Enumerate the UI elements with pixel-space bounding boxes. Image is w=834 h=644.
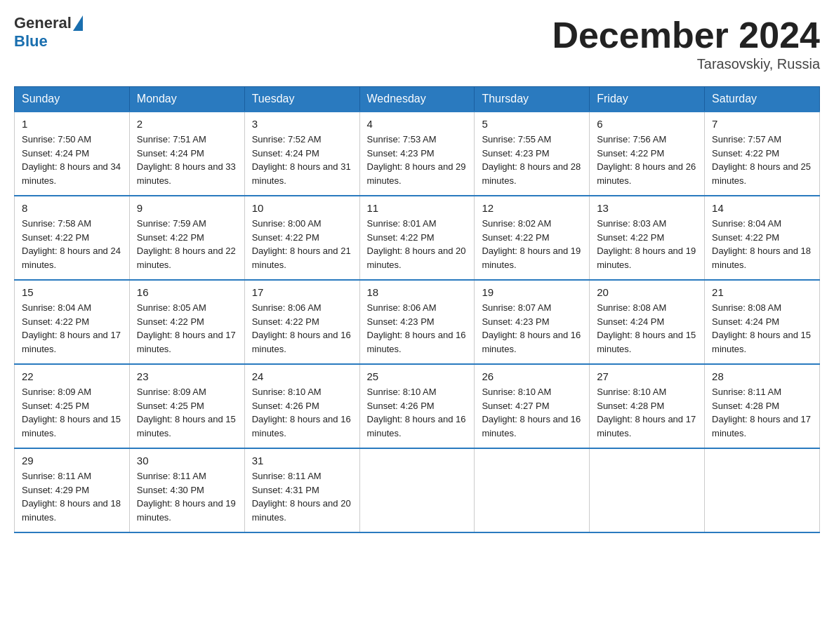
calendar-day-cell: 26 Sunrise: 8:10 AM Sunset: 4:27 PM Dayl… — [475, 364, 590, 448]
page-header: General Blue December 2024 Tarasovskiy, … — [14, 14, 820, 72]
calendar-day-cell: 7 Sunrise: 7:57 AM Sunset: 4:22 PM Dayli… — [705, 112, 820, 196]
day-info: Sunrise: 8:11 AM Sunset: 4:28 PM Dayligh… — [712, 385, 812, 440]
day-number: 25 — [367, 370, 468, 382]
day-info: Sunrise: 8:08 AM Sunset: 4:24 PM Dayligh… — [712, 301, 812, 356]
day-number: 3 — [252, 118, 352, 130]
calendar-day-cell: 20 Sunrise: 8:08 AM Sunset: 4:24 PM Dayl… — [590, 280, 705, 364]
calendar-day-cell: 30 Sunrise: 8:11 AM Sunset: 4:30 PM Dayl… — [129, 448, 244, 532]
calendar-week-row: 8 Sunrise: 7:58 AM Sunset: 4:22 PM Dayli… — [15, 196, 820, 280]
calendar-day-cell: 18 Sunrise: 8:06 AM Sunset: 4:23 PM Dayl… — [359, 280, 475, 364]
day-number: 27 — [597, 370, 697, 382]
calendar-day-cell: 28 Sunrise: 8:11 AM Sunset: 4:28 PM Dayl… — [705, 364, 820, 448]
day-number: 9 — [137, 202, 237, 214]
day-info: Sunrise: 7:56 AM Sunset: 4:22 PM Dayligh… — [597, 133, 697, 187]
calendar-day-cell: 12 Sunrise: 8:02 AM Sunset: 4:22 PM Dayl… — [475, 196, 590, 280]
day-number: 20 — [597, 286, 697, 298]
calendar-day-cell: 16 Sunrise: 8:05 AM Sunset: 4:22 PM Dayl… — [129, 280, 244, 364]
day-info: Sunrise: 7:57 AM Sunset: 4:22 PM Dayligh… — [712, 133, 812, 187]
day-number: 29 — [22, 455, 122, 467]
calendar-day-cell — [475, 448, 590, 532]
calendar-header-friday: Friday — [590, 87, 705, 112]
day-number: 2 — [137, 118, 237, 130]
calendar-day-cell: 11 Sunrise: 8:01 AM Sunset: 4:22 PM Dayl… — [359, 196, 475, 280]
title-section: December 2024 Tarasovskiy, Russia — [552, 14, 820, 72]
calendar-day-cell: 1 Sunrise: 7:50 AM Sunset: 4:24 PM Dayli… — [15, 112, 130, 196]
day-info: Sunrise: 8:01 AM Sunset: 4:22 PM Dayligh… — [367, 217, 468, 271]
calendar-week-row: 15 Sunrise: 8:04 AM Sunset: 4:22 PM Dayl… — [15, 280, 820, 364]
logo-general-text: General — [14, 14, 72, 32]
calendar-day-cell — [590, 448, 705, 532]
calendar-table: SundayMondayTuesdayWednesdayThursdayFrid… — [14, 86, 820, 533]
day-info: Sunrise: 8:02 AM Sunset: 4:22 PM Dayligh… — [482, 217, 582, 271]
day-info: Sunrise: 8:08 AM Sunset: 4:24 PM Dayligh… — [597, 301, 697, 356]
day-info: Sunrise: 8:09 AM Sunset: 4:25 PM Dayligh… — [137, 385, 237, 440]
day-info: Sunrise: 7:52 AM Sunset: 4:24 PM Dayligh… — [252, 133, 352, 187]
calendar-day-cell: 15 Sunrise: 8:04 AM Sunset: 4:22 PM Dayl… — [15, 280, 130, 364]
day-number: 15 — [22, 286, 122, 298]
logo-blue-text: Blue — [14, 32, 83, 51]
day-info: Sunrise: 8:11 AM Sunset: 4:31 PM Dayligh… — [252, 469, 352, 524]
day-number: 28 — [712, 370, 812, 382]
calendar-day-cell: 10 Sunrise: 8:00 AM Sunset: 4:22 PM Dayl… — [244, 196, 359, 280]
calendar-day-cell: 25 Sunrise: 8:10 AM Sunset: 4:26 PM Dayl… — [359, 364, 475, 448]
day-number: 22 — [22, 370, 122, 382]
day-info: Sunrise: 7:58 AM Sunset: 4:22 PM Dayligh… — [22, 217, 122, 271]
day-info: Sunrise: 8:10 AM Sunset: 4:28 PM Dayligh… — [597, 385, 697, 440]
day-number: 11 — [367, 202, 468, 214]
calendar-header-tuesday: Tuesday — [244, 87, 359, 112]
day-info: Sunrise: 8:04 AM Sunset: 4:22 PM Dayligh… — [22, 301, 122, 356]
calendar-header-saturday: Saturday — [705, 87, 820, 112]
location-title: Tarasovskiy, Russia — [552, 56, 820, 72]
calendar-day-cell: 14 Sunrise: 8:04 AM Sunset: 4:22 PM Dayl… — [705, 196, 820, 280]
calendar-day-cell: 3 Sunrise: 7:52 AM Sunset: 4:24 PM Dayli… — [244, 112, 359, 196]
day-info: Sunrise: 8:03 AM Sunset: 4:22 PM Dayligh… — [597, 217, 697, 271]
day-info: Sunrise: 8:05 AM Sunset: 4:22 PM Dayligh… — [137, 301, 237, 356]
day-number: 1 — [22, 118, 122, 130]
day-number: 6 — [597, 118, 697, 130]
calendar-header-monday: Monday — [129, 87, 244, 112]
day-info: Sunrise: 8:10 AM Sunset: 4:26 PM Dayligh… — [252, 385, 352, 440]
calendar-week-row: 29 Sunrise: 8:11 AM Sunset: 4:29 PM Dayl… — [15, 448, 820, 532]
day-info: Sunrise: 7:55 AM Sunset: 4:23 PM Dayligh… — [482, 133, 582, 187]
calendar-day-cell: 23 Sunrise: 8:09 AM Sunset: 4:25 PM Dayl… — [129, 364, 244, 448]
day-info: Sunrise: 7:59 AM Sunset: 4:22 PM Dayligh… — [137, 217, 237, 271]
calendar-day-cell — [359, 448, 475, 532]
day-number: 12 — [482, 202, 582, 214]
day-number: 7 — [712, 118, 812, 130]
logo: General Blue — [14, 14, 83, 51]
day-number: 21 — [712, 286, 812, 298]
day-info: Sunrise: 7:50 AM Sunset: 4:24 PM Dayligh… — [22, 133, 122, 187]
calendar-header-thursday: Thursday — [475, 87, 590, 112]
day-number: 5 — [482, 118, 582, 130]
calendar-day-cell: 8 Sunrise: 7:58 AM Sunset: 4:22 PM Dayli… — [15, 196, 130, 280]
day-number: 4 — [367, 118, 468, 130]
calendar-day-cell: 17 Sunrise: 8:06 AM Sunset: 4:22 PM Dayl… — [244, 280, 359, 364]
logo-triangle-icon — [73, 15, 83, 31]
day-info: Sunrise: 7:53 AM Sunset: 4:23 PM Dayligh… — [367, 133, 468, 187]
calendar-day-cell: 13 Sunrise: 8:03 AM Sunset: 4:22 PM Dayl… — [590, 196, 705, 280]
day-number: 18 — [367, 286, 468, 298]
day-number: 30 — [137, 455, 237, 467]
day-number: 23 — [137, 370, 237, 382]
calendar-day-cell: 6 Sunrise: 7:56 AM Sunset: 4:22 PM Dayli… — [590, 112, 705, 196]
day-info: Sunrise: 8:11 AM Sunset: 4:30 PM Dayligh… — [137, 469, 237, 524]
day-number: 14 — [712, 202, 812, 214]
day-info: Sunrise: 7:51 AM Sunset: 4:24 PM Dayligh… — [137, 133, 237, 187]
calendar-week-row: 22 Sunrise: 8:09 AM Sunset: 4:25 PM Dayl… — [15, 364, 820, 448]
calendar-header-wednesday: Wednesday — [359, 87, 475, 112]
calendar-day-cell: 24 Sunrise: 8:10 AM Sunset: 4:26 PM Dayl… — [244, 364, 359, 448]
day-info: Sunrise: 8:11 AM Sunset: 4:29 PM Dayligh… — [22, 469, 122, 524]
calendar-day-cell: 21 Sunrise: 8:08 AM Sunset: 4:24 PM Dayl… — [705, 280, 820, 364]
day-info: Sunrise: 8:10 AM Sunset: 4:27 PM Dayligh… — [482, 385, 582, 440]
month-title: December 2024 — [552, 14, 820, 56]
day-info: Sunrise: 8:06 AM Sunset: 4:22 PM Dayligh… — [252, 301, 352, 356]
day-number: 17 — [252, 286, 352, 298]
day-info: Sunrise: 8:06 AM Sunset: 4:23 PM Dayligh… — [367, 301, 468, 356]
day-info: Sunrise: 8:09 AM Sunset: 4:25 PM Dayligh… — [22, 385, 122, 440]
calendar-day-cell — [705, 448, 820, 532]
day-number: 8 — [22, 202, 122, 214]
day-info: Sunrise: 8:10 AM Sunset: 4:26 PM Dayligh… — [367, 385, 468, 440]
day-number: 26 — [482, 370, 582, 382]
day-info: Sunrise: 8:00 AM Sunset: 4:22 PM Dayligh… — [252, 217, 352, 271]
calendar-day-cell: 29 Sunrise: 8:11 AM Sunset: 4:29 PM Dayl… — [15, 448, 130, 532]
